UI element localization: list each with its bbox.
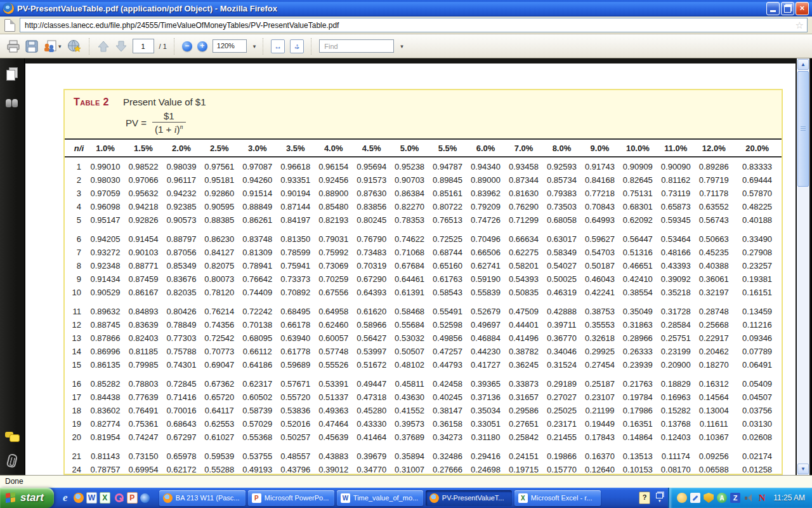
value-cell: 0.65160 xyxy=(429,261,467,271)
powerpoint-icon[interactable]: P xyxy=(127,492,138,504)
save-button[interactable] xyxy=(25,40,38,53)
table-column-headers: n/i1.0%1.5%2.0%2.5%3.0%3.5%4.0%4.5%5.0%5… xyxy=(65,140,782,156)
collaborate-button[interactable]: ▾ xyxy=(43,40,62,53)
taskbar-task-button[interactable]: WTime_value_of_mo... xyxy=(337,490,423,506)
value-cell: 0.18829 xyxy=(657,379,695,389)
url-input[interactable] xyxy=(23,20,796,30)
value-cell: 0.49697 xyxy=(467,320,505,330)
taskbar-task-button[interactable]: BA 213 W11 (Pasc... xyxy=(159,490,246,506)
msn-icon[interactable] xyxy=(140,493,150,503)
value-cell: 0.61763 xyxy=(429,274,467,284)
minimize-button[interactable] xyxy=(766,2,780,15)
attachments-icon[interactable] xyxy=(5,453,19,467)
previous-page-button[interactable] xyxy=(97,40,110,53)
pages-icon[interactable] xyxy=(5,67,19,81)
column-header: 3.0% xyxy=(239,144,277,153)
fit-width-button[interactable]: ↔ xyxy=(271,39,285,53)
taskbar-task-button[interactable]: PMicrosoft PowerPo... xyxy=(248,490,334,506)
value-cell: 0.82270 xyxy=(391,202,429,211)
novell-icon[interactable]: N xyxy=(757,493,767,503)
value-cell: 0.09256 xyxy=(695,451,733,461)
value-cell: 0.15282 xyxy=(657,406,695,415)
value-cell: 0.19449 xyxy=(580,419,619,429)
value-cell: 0.74409 xyxy=(239,288,277,297)
pdf-toolbar: ▾ / 1 − + 120% ▾ ↔ ↔ ↕ ▾ xyxy=(0,34,812,58)
start-button[interactable]: start xyxy=(0,488,54,508)
value-cell: 0.64117 xyxy=(200,406,239,415)
value-cell: 0.82645 xyxy=(619,175,657,185)
window-titlebar[interactable]: PV-PresentValueTable.pdf (application/pd… xyxy=(0,0,812,17)
taskbar-task-button[interactable]: XMicrosoft Excel - r... xyxy=(514,490,601,506)
value-cell: 0.87866 xyxy=(86,333,124,343)
value-cell: 0.90703 xyxy=(391,175,429,185)
scrollbar-thumb[interactable] xyxy=(797,71,809,187)
volume-icon[interactable] xyxy=(743,493,754,503)
scroll-up-button[interactable]: ▲ xyxy=(797,59,809,70)
shield-icon[interactable] xyxy=(704,493,714,503)
value-cell: 0.62317 xyxy=(239,379,277,389)
find-input[interactable] xyxy=(323,42,390,51)
table-row: 90.914340.874590.836760.800730.766420.73… xyxy=(65,272,782,286)
zoom-level-select[interactable]: 120% xyxy=(213,39,247,53)
bookmarks-icon[interactable] xyxy=(5,97,19,110)
column-header: 2.5% xyxy=(200,144,239,153)
zoom-out-button[interactable]: − xyxy=(182,41,192,51)
value-cell: 0.84893 xyxy=(124,307,162,316)
scroll-down-button[interactable]: ▼ xyxy=(797,464,809,474)
word-icon[interactable]: W xyxy=(86,492,97,504)
print-icon xyxy=(6,40,20,53)
value-cell: 0.62741 xyxy=(467,261,505,271)
value-cell: 0.99010 xyxy=(86,162,124,171)
restore-button[interactable] xyxy=(781,2,794,15)
value-cell: 0.87459 xyxy=(124,274,162,284)
value-cell: 0.90194 xyxy=(277,189,315,198)
page-favicon xyxy=(4,19,15,32)
comments-icon[interactable] xyxy=(5,431,19,444)
table-row: 130.878660.824030.773030.725420.680950.6… xyxy=(65,331,782,345)
bookmark-star-icon[interactable]: ☆ xyxy=(796,20,804,30)
fit-page-button[interactable]: ↔ ↕ xyxy=(290,39,304,53)
internet-explorer-icon[interactable]: e xyxy=(60,492,71,504)
value-cell: 0.87630 xyxy=(353,189,391,198)
next-page-button[interactable] xyxy=(115,40,128,53)
value-cell: 0.59345 xyxy=(657,215,695,225)
restore-panel-icon[interactable]: ▾ xyxy=(656,493,663,503)
help-icon[interactable]: ? xyxy=(639,491,650,504)
excel-icon[interactable]: X xyxy=(100,492,110,504)
value-cell: 0.84168 xyxy=(580,175,619,185)
value-cell: 0.55491 xyxy=(429,307,467,316)
value-cell: 0.78353 xyxy=(391,215,429,225)
close-button[interactable]: × xyxy=(796,2,809,15)
antivirus-icon[interactable]: A xyxy=(717,493,727,503)
value-cell: 0.38147 xyxy=(429,406,467,415)
save-icon xyxy=(25,40,38,53)
value-cell: 0.25842 xyxy=(505,432,543,442)
firefox-icon[interactable] xyxy=(74,493,84,503)
page-number-input[interactable] xyxy=(133,39,154,53)
value-cell: 0.66634 xyxy=(505,234,543,244)
table-title: Present Value of $1 xyxy=(123,97,206,107)
value-cell: 0.62172 xyxy=(162,465,200,474)
period-cell: 19 xyxy=(65,419,86,429)
key-icon[interactable] xyxy=(113,492,124,504)
value-cell: 0.38554 xyxy=(619,288,657,297)
value-cell: 0.74301 xyxy=(162,360,200,370)
find-caret-icon[interactable]: ▾ xyxy=(400,43,403,50)
share-button[interactable] xyxy=(67,39,82,53)
z-app-icon[interactable]: Z xyxy=(730,493,740,503)
settings-icon[interactable] xyxy=(690,493,700,503)
zoom-caret-icon[interactable]: ▾ xyxy=(253,43,256,50)
value-cell: 0.35034 xyxy=(467,406,505,415)
value-cell: 0.81309 xyxy=(239,248,277,257)
print-button[interactable] xyxy=(6,40,20,53)
value-cell: 0.97561 xyxy=(200,162,239,171)
value-cell: 0.01258 xyxy=(733,465,782,474)
table-row: 160.852820.788030.728450.673620.623170.5… xyxy=(65,377,782,391)
value-cell: 0.36158 xyxy=(429,419,467,429)
value-cell: 0.64993 xyxy=(580,215,619,225)
vertical-scrollbar[interactable]: ▲ ▼ xyxy=(797,58,809,475)
messenger-icon[interactable] xyxy=(677,493,687,503)
zoom-in-button[interactable]: + xyxy=(197,41,207,51)
value-cell: 0.48225 xyxy=(733,202,782,211)
taskbar-task-button[interactable]: PV-PresentValueT... xyxy=(426,490,512,506)
